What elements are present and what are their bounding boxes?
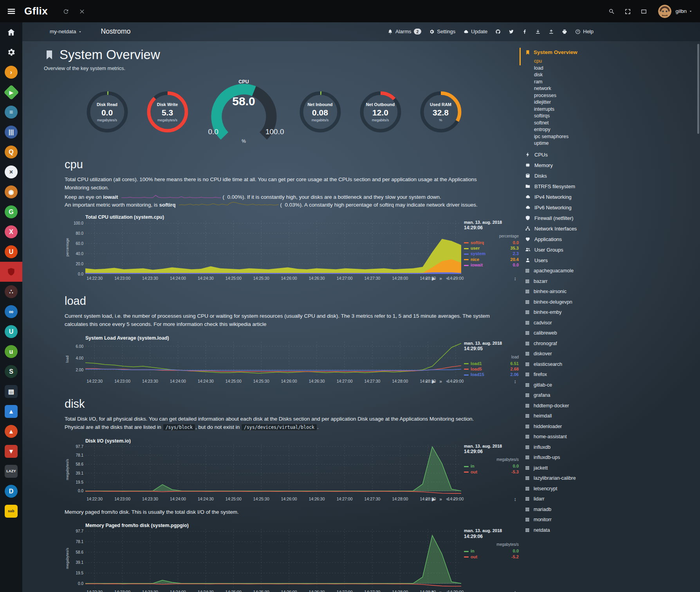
legend-load1[interactable]: load16.51 (464, 361, 519, 366)
menu-app-binhex-airsonic[interactable]: binhex-airsonic (525, 289, 604, 294)
chart-play[interactable]: ▶ (432, 590, 435, 592)
menu-sub-idlejitter[interactable]: idlejitter (534, 99, 604, 106)
menu-app-lidarr[interactable]: lidarr (525, 496, 604, 502)
menu-system-overview[interactable]: System Overview (525, 49, 604, 55)
menu-app-lazylibrarian-calibre[interactable]: lazylibrarian-calibre (525, 475, 604, 481)
menu-sub-interrupts[interactable]: interrupts (534, 106, 604, 113)
menu-sub-entropy[interactable]: entropy (534, 126, 604, 133)
nav-alarms[interactable]: Alarms2 (388, 29, 421, 34)
sidebar-app-sabnzbd[interactable]: sab (0, 501, 22, 521)
legend-softirq[interactable]: softirq0.0 (464, 240, 519, 245)
menu-section-ipv6-networking[interactable]: IPv6 Networking (525, 205, 604, 211)
tabs-icon[interactable] (640, 7, 647, 14)
legend-system[interactable]: system2.3 (464, 251, 519, 256)
menu-sub-ram[interactable]: ram (534, 79, 604, 86)
chart-zoom-out[interactable]: − (453, 497, 455, 502)
menu-app-grafana[interactable]: grafana (525, 392, 604, 398)
sidebar-app-resilio[interactable]: ▼ (0, 441, 22, 461)
menu-app-hiddenloader[interactable]: hiddenloader (525, 424, 604, 429)
menu-app-chronograf[interactable]: chronograf (525, 341, 604, 346)
menu-app-home-assistant[interactable]: home-assistant (525, 434, 604, 439)
chart-zoom-out[interactable]: − (453, 276, 455, 281)
sidebar-app-home[interactable] (0, 22, 22, 42)
chart-skip-back[interactable]: « (425, 276, 428, 281)
legend-user[interactable]: user35.3 (464, 245, 519, 251)
search-icon[interactable] (608, 7, 615, 14)
menu-app-monitorr[interactable]: monitorr (525, 517, 604, 522)
chart-zoom-in[interactable]: + (446, 379, 449, 384)
legend-out[interactable]: out-5.3 (464, 469, 519, 475)
chart-skip-forward[interactable]: » (439, 276, 442, 281)
sidebar-app-krusader[interactable]: ∴ (0, 282, 22, 302)
chart-resize-handle[interactable]: ↕ (514, 589, 517, 592)
menu-section-btrfs-filesystem[interactable]: BTRFS filesystem (525, 184, 604, 189)
scrollbar[interactable] (697, 44, 699, 134)
menu-section-users[interactable]: Users (525, 257, 604, 263)
sidebar-app-lazylibrarian[interactable]: LAZY (0, 461, 22, 481)
menu-section-firewall-netfilter-[interactable]: Firewall (netfilter) (525, 215, 604, 221)
sidebar-app-nextcloud[interactable]: ∞ (0, 302, 22, 322)
nav-twitter[interactable] (509, 29, 514, 34)
legend-load15[interactable]: load152.06 (464, 372, 519, 377)
legend-in[interactable]: in0.0 (464, 463, 519, 469)
sidebar-app-settings[interactable] (0, 42, 22, 62)
menu-app-apacheguacamole[interactable]: apacheguacamole (525, 268, 604, 274)
sidebar-app-cadvisor[interactable]: X (0, 222, 22, 242)
sidebar-app-jackett[interactable]: Q (0, 142, 22, 162)
chart-skip-forward[interactable]: » (439, 379, 442, 384)
menu-section-ipv4-networking[interactable]: IPv4 Networking (525, 194, 604, 200)
chart-zoom-out[interactable]: − (453, 590, 455, 592)
avatar[interactable] (658, 5, 671, 18)
sidebar-app-monitorr[interactable] (0, 262, 22, 282)
menu-icon[interactable] (7, 7, 16, 16)
menu-app-binhex-emby[interactable]: binhex-emby (525, 309, 604, 315)
chart-skip-forward[interactable]: » (439, 590, 442, 592)
sidebar-app-librespeed[interactable]: ▤ (0, 381, 22, 401)
close-icon[interactable] (79, 7, 85, 14)
menu-sub-softnet[interactable]: softnet (534, 120, 604, 127)
chart-skip-forward[interactable]: » (439, 497, 442, 502)
chart-plot-area[interactable]: 100.080.060.040.020.00.014:22:3014:23:00… (65, 220, 464, 281)
gauge-disk-write[interactable]: Disk Write5.3megabytes/s (142, 83, 193, 141)
menu-section-network-interfaces[interactable]: Network Interfaces (525, 226, 604, 232)
chart-plot-area[interactable]: 97.778.158.639.119.50.014:22:3014:23:001… (65, 528, 464, 592)
menu-section-disks[interactable]: Disks (525, 173, 604, 179)
menu-app-gitlab-ce[interactable]: gitlab-ce (525, 382, 604, 388)
sidebar-app-grafana-app[interactable]: G (0, 202, 22, 222)
menu-app-mariadb[interactable]: mariadb (525, 507, 604, 512)
sidebar-app-qbittorrent[interactable]: D (0, 481, 22, 501)
chart-skip-back[interactable]: « (425, 497, 428, 502)
menu-app-cadvisor[interactable]: cadvisor (525, 320, 604, 326)
menu-section-memory[interactable]: Memory (525, 162, 604, 168)
gauge-disk-read[interactable]: Disk Read0.0megabytes/s (81, 83, 133, 141)
sidebar-app-portainer[interactable]: ≡ (0, 102, 22, 122)
menu-section-applications[interactable]: Applications (525, 236, 604, 242)
sidebar-app-unifi[interactable]: U (0, 322, 22, 342)
menu-sub-softirqs[interactable]: softirqs (534, 113, 604, 120)
menu-app-heimdall[interactable]: heimdall (525, 413, 604, 419)
sidebar-app-gitlab[interactable]: ▲ (0, 421, 22, 441)
chart-zoom-in[interactable]: + (446, 497, 449, 502)
legend-out[interactable]: out-5.2 (464, 554, 519, 560)
server-dropdown[interactable]: my-netdata (50, 29, 82, 34)
chart-skip-back[interactable]: « (425, 590, 428, 592)
nav-facebook[interactable] (522, 29, 527, 34)
menu-sub-load[interactable]: load (534, 65, 604, 72)
menu-sub-disk[interactable]: disk (534, 72, 604, 79)
sidebar-app-duplicati[interactable]: S (0, 362, 22, 381)
menu-sub-ipc-semaphores[interactable]: ipc semaphores (534, 133, 604, 140)
menu-sub-uptime[interactable]: uptime (534, 140, 604, 147)
legend-nice[interactable]: nice20.4 (464, 257, 519, 262)
nav-upload[interactable] (548, 29, 554, 34)
menu-app-bazarr[interactable]: bazarr (525, 279, 604, 284)
chart-play[interactable]: ▶ (432, 497, 435, 502)
nav-download[interactable] (535, 29, 541, 34)
chart-resize-handle[interactable]: ↕ (514, 496, 517, 502)
menu-section-user-groups[interactable]: User Groups (525, 247, 604, 253)
menu-app-influxdb[interactable]: influxdb (525, 444, 604, 450)
chart-skip-back[interactable]: « (425, 379, 428, 384)
legend-in[interactable]: in0.0 (464, 548, 519, 554)
menu-app-diskover[interactable]: diskover (525, 351, 604, 356)
sidebar-app-organizr[interactable]: › (0, 62, 22, 82)
menu-app-hddtemp-docker[interactable]: hddtemp-docker (525, 403, 604, 408)
